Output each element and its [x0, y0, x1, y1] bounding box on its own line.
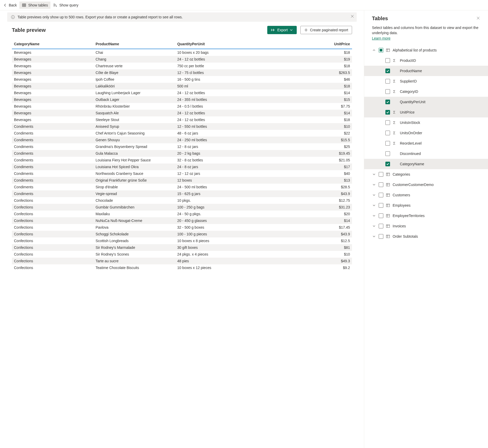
table-tree-item[interactable]: Alphabetical list of products	[364, 45, 488, 55]
toolbar: Back Show tables Show query	[0, 0, 488, 10]
field-checkbox[interactable]	[385, 89, 390, 94]
table-cell: Northwoods Cranberry Sauce	[94, 170, 175, 177]
close-info-button[interactable]	[350, 14, 354, 19]
field-name: QuantityPerUnit	[400, 100, 425, 104]
table-scroll-area[interactable]: CategoryNameProductNameQuantityPerUnitUn…	[0, 37, 364, 448]
table-cell: Original Frankfurter grüne Soße	[94, 177, 175, 184]
create-report-button[interactable]: Create paginated report	[300, 26, 352, 34]
table-checkbox[interactable]	[379, 224, 383, 228]
table-cell: Laughing Lumberjack Lager	[94, 89, 175, 96]
table-cell: 12 - 8 oz jars	[175, 143, 277, 150]
column-header[interactable]: CategoryName	[12, 39, 94, 49]
field-tree-item[interactable]: ProductName	[364, 66, 488, 76]
table-icon	[386, 214, 390, 218]
show-tables-button[interactable]: Show tables	[19, 2, 50, 9]
table-cell: Chai	[94, 49, 175, 56]
back-label: Back	[9, 3, 17, 7]
table-icon	[22, 3, 26, 7]
export-button[interactable]: Export	[267, 26, 297, 34]
table-cell: 48 pies	[175, 258, 277, 264]
field-tree-item[interactable]: CategoryName	[364, 159, 488, 169]
table-cell: $13	[277, 177, 352, 184]
field-tree-item[interactable]: QuantityPerUnit	[364, 97, 488, 107]
table-row: BeveragesCôte de Blaye12 - 75 cl bottles…	[12, 69, 352, 76]
table-cell: Confections	[12, 204, 94, 211]
table-cell: $14	[277, 110, 352, 116]
field-checkbox[interactable]	[385, 100, 390, 104]
table-row: ConfectionsSir Rodney's Marmalade30 gift…	[12, 244, 352, 251]
table-cell: Condiments	[12, 123, 94, 130]
table-cell: Teatime Chocolate Biscuits	[94, 264, 175, 271]
table-cell: $18	[277, 49, 352, 56]
field-checkbox[interactable]	[385, 69, 390, 73]
table-cell: Pavlova	[94, 224, 175, 231]
table-checkbox[interactable]	[379, 48, 383, 53]
back-button[interactable]: Back	[1, 2, 19, 9]
table-checkbox[interactable]	[379, 213, 383, 218]
svg-rect-8	[386, 49, 390, 51]
table-row: BeveragesLakkalikööri500 ml$18	[12, 83, 352, 89]
table-cell: Gula Malacca	[94, 150, 175, 157]
table-tree-item[interactable]: Categories	[364, 169, 488, 180]
table-icon	[386, 234, 390, 238]
field-checkbox[interactable]	[385, 120, 390, 125]
table-tree-item[interactable]: Order Subtotals	[364, 231, 488, 242]
table-row: CondimentsGula Malacca20 - 2 kg bags$19.…	[12, 150, 352, 157]
tables-panel: Tables Select tables and columns from th…	[364, 10, 488, 448]
field-tree-item[interactable]: ΣProductID	[364, 55, 488, 66]
table-tree-item[interactable]: Employees	[364, 200, 488, 211]
info-bar: Table previews only show up to 500 rows.…	[7, 12, 357, 22]
table-checkbox[interactable]	[379, 182, 383, 187]
table-cell: Steeleye Stout	[94, 116, 175, 123]
table-checkbox[interactable]	[379, 172, 383, 177]
sigma-icon: Σ	[393, 121, 397, 125]
table-tree-item[interactable]: Customers	[364, 190, 488, 200]
table-row: ConfectionsSir Rodney's Scones24 pkgs. x…	[12, 251, 352, 258]
table-row: ConfectionsTeatime Chocolate Biscuits10 …	[12, 264, 352, 271]
table-cell: 10 boxes x 20 bags	[175, 49, 277, 56]
table-tree-item[interactable]: EmployeeTerritories	[364, 211, 488, 221]
field-checkbox[interactable]	[385, 131, 390, 135]
field-name: ProductID	[400, 58, 416, 63]
field-checkbox[interactable]	[385, 151, 390, 156]
table-cell: Confections	[12, 258, 94, 264]
field-checkbox[interactable]	[385, 110, 390, 115]
field-checkbox[interactable]	[385, 79, 390, 84]
table-cell: 24 - 355 ml bottles	[175, 96, 277, 103]
chevron-down-icon	[372, 193, 376, 197]
learn-more-link[interactable]: Learn more	[372, 36, 391, 40]
field-tree-item[interactable]: Discontinued	[364, 148, 488, 159]
field-tree-item[interactable]: ΣUnitsOnOrder	[364, 128, 488, 138]
column-header[interactable]: UnitPrice	[277, 39, 352, 49]
table-cell: Beverages	[12, 69, 94, 76]
field-tree-item[interactable]: ΣUnitsInStock	[364, 117, 488, 128]
field-tree-item[interactable]: ΣReorderLevel	[364, 138, 488, 148]
field-tree-item[interactable]: ΣSupplierID	[364, 76, 488, 86]
field-checkbox[interactable]	[385, 58, 390, 63]
svg-rect-29	[386, 235, 390, 238]
close-panel-button[interactable]	[476, 16, 480, 21]
show-query-button[interactable]: Show query	[50, 2, 81, 9]
field-tree-item[interactable]: ΣCategoryID	[364, 86, 488, 97]
table-cell: Aniseed Syrup	[94, 123, 175, 130]
table-name: CustomerCustomerDemo	[393, 183, 434, 187]
table-cell: Beverages	[12, 103, 94, 110]
column-header[interactable]: QuantityPerUnit	[175, 39, 277, 49]
table-row: ConfectionsSchoggi Schokolade100 - 100 g…	[12, 231, 352, 237]
table-cell: Grandma's Boysenberry Spread	[94, 143, 175, 150]
table-cell: Beverages	[12, 63, 94, 69]
field-tree-item[interactable]: ΣUnitPrice	[364, 107, 488, 117]
table-cell: Chef Anton's Cajun Seasoning	[94, 130, 175, 137]
table-cell: $12.5	[277, 237, 352, 244]
field-checkbox[interactable]	[385, 141, 390, 146]
table-tree-item[interactable]: CustomerCustomerDemo	[364, 180, 488, 190]
column-header[interactable]: ProductName	[94, 39, 175, 49]
table-checkbox[interactable]	[379, 193, 383, 197]
table-row: BeveragesLaughing Lumberjack Lager24 - 1…	[12, 89, 352, 96]
table-cell: Chartreuse verte	[94, 63, 175, 69]
table-cell: Condiments	[12, 130, 94, 137]
table-tree-item[interactable]: Invoices	[364, 221, 488, 231]
table-checkbox[interactable]	[379, 234, 383, 239]
table-checkbox[interactable]	[379, 203, 383, 208]
field-checkbox[interactable]	[385, 162, 390, 166]
